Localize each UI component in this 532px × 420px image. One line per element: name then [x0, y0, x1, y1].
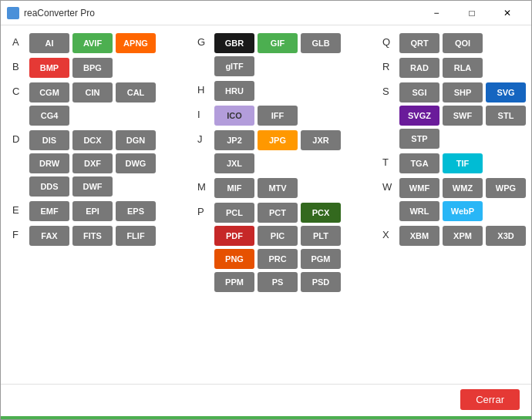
section-C: CCGMCINCALCG4	[12, 82, 190, 126]
format-btn-eps[interactable]: EPS	[116, 201, 156, 221]
buttons-group-S: SGISHPSVGSVGZSWFSTLSTP	[399, 82, 531, 149]
format-btn-cal[interactable]: CAL	[116, 82, 156, 102]
letter-A: A	[12, 33, 26, 48]
format-btn-dds[interactable]: DDS	[29, 176, 69, 197]
format-btn-swf[interactable]: SWF	[443, 106, 483, 126]
main-window: reaConverter Pro − □ ✕ AAIAVIFAPNGBBMPBP…	[0, 0, 532, 420]
letter-C: C	[12, 82, 26, 97]
format-btn-gif[interactable]: GIF	[258, 33, 298, 53]
format-btn-ai[interactable]: AI	[29, 33, 69, 53]
format-btn-wrl[interactable]: WRL	[399, 201, 439, 221]
format-btn-gitf[interactable]: gITF	[214, 56, 254, 76]
format-btn-pct[interactable]: PCT	[258, 203, 298, 223]
buttons-group-Q: QRTQOI	[399, 33, 483, 53]
format-btn-rad[interactable]: RAD	[399, 58, 439, 78]
letter-F: F	[12, 226, 26, 240]
format-btn-stl[interactable]: STL	[486, 106, 526, 126]
format-btn-shp[interactable]: SHP	[443, 82, 483, 102]
section-M: MMIFMTV	[197, 178, 375, 198]
window-controls: − □ ✕	[419, 1, 525, 25]
letter-H: H	[197, 81, 211, 96]
format-btn-wmz[interactable]: WMZ	[443, 178, 483, 198]
format-btn-mif[interactable]: MIF	[214, 178, 254, 198]
format-btn-svgz[interactable]: SVGZ	[399, 106, 439, 126]
letter-G: G	[197, 33, 211, 48]
format-btn-x3d[interactable]: X3D	[486, 226, 526, 246]
format-btn-flif[interactable]: FLIF	[116, 226, 156, 246]
format-btn-apng[interactable]: APNG	[116, 33, 156, 53]
section-Q: QQRTQOI	[382, 33, 531, 53]
format-btn-emf[interactable]: EMF	[29, 201, 69, 221]
format-btn-bpg[interactable]: BPG	[72, 58, 113, 78]
window-close-button[interactable]: ✕	[490, 1, 525, 25]
buttons-group-I: ICOIFF	[214, 106, 298, 126]
format-btn-dcx[interactable]: DCX	[72, 130, 113, 150]
buttons-group-H: HRU	[214, 81, 254, 101]
format-btn-dis[interactable]: DIS	[29, 130, 69, 150]
app-icon	[7, 7, 19, 19]
format-btn-prc[interactable]: PRC	[258, 249, 298, 269]
format-btn-pdf[interactable]: PDF	[214, 226, 254, 246]
format-btn-cg4[interactable]: CG4	[29, 106, 69, 126]
section-W: WWMFWMZWPGWRLWebP	[382, 178, 531, 221]
format-btn-ppm[interactable]: PPM	[214, 272, 254, 292]
column-col3: QQRTQOIRRADRLASSGISHPSVGSVGZSWFSTLSTPTTG…	[382, 33, 531, 376]
format-btn-bmp[interactable]: BMP	[29, 58, 69, 78]
format-btn-qrt[interactable]: QRT	[399, 33, 439, 53]
format-btn-fits[interactable]: FITS	[72, 226, 113, 246]
maximize-button[interactable]: □	[454, 1, 490, 25]
format-btn-ico[interactable]: ICO	[214, 106, 254, 126]
buttons-group-M: MIFMTV	[214, 178, 298, 198]
format-btn-mtv[interactable]: MTV	[258, 178, 298, 198]
format-btn-xbm[interactable]: XBM	[399, 226, 439, 246]
format-btn-iff[interactable]: IFF	[258, 106, 298, 126]
format-btn-plt[interactable]: PLT	[301, 226, 341, 246]
section-S: SSGISHPSVGSVGZSWFSTLSTP	[382, 82, 531, 149]
format-btn-jp2[interactable]: JP2	[214, 130, 254, 150]
format-btn-glb[interactable]: GLB	[301, 33, 341, 53]
format-btn-wpg[interactable]: WPG	[486, 178, 526, 198]
format-btn-tga[interactable]: TGA	[399, 153, 439, 173]
footer: Cerrar	[1, 384, 531, 416]
format-btn-sgi[interactable]: SGI	[399, 82, 439, 102]
format-btn-pgm[interactable]: PGM	[301, 249, 341, 269]
format-btn-png[interactable]: PNG	[214, 249, 254, 269]
format-btn-svg[interactable]: SVG	[486, 82, 526, 102]
format-btn-ps[interactable]: PS	[258, 272, 298, 292]
format-btn-hru[interactable]: HRU	[214, 81, 254, 101]
format-btn-fax[interactable]: FAX	[29, 226, 69, 246]
format-btn-jxr[interactable]: JXR	[301, 130, 341, 150]
format-btn-dwf[interactable]: DWF	[72, 176, 113, 197]
format-btn-qoi[interactable]: QOI	[443, 33, 483, 53]
format-btn-pic[interactable]: PIC	[258, 226, 298, 246]
format-btn-xpm[interactable]: XPM	[443, 226, 483, 246]
letter-Q: Q	[382, 33, 396, 48]
section-J: JJP2JPGJXRJXL	[197, 130, 375, 173]
cerrar-button[interactable]: Cerrar	[460, 389, 520, 410]
format-btn-pcx[interactable]: PCX	[301, 203, 341, 223]
format-btn-webp[interactable]: WebP	[443, 201, 483, 221]
format-btn-dxf[interactable]: DXF	[72, 153, 113, 173]
format-btn-rla[interactable]: RLA	[443, 58, 483, 78]
format-btn-dgn[interactable]: DGN	[116, 130, 156, 150]
format-btn-gbr[interactable]: GBR	[214, 33, 254, 53]
format-btn-tif[interactable]: TIF	[443, 153, 483, 173]
section-I: IICOIFF	[197, 106, 375, 126]
format-btn-epi[interactable]: EPI	[72, 201, 113, 221]
format-btn-wmf[interactable]: WMF	[399, 178, 439, 198]
section-G: GGBRGIFGLBgITF	[197, 33, 375, 76]
section-R: RRADRLA	[382, 58, 531, 78]
format-btn-drw[interactable]: DRW	[29, 153, 69, 173]
format-btn-avif[interactable]: AVIF	[72, 33, 113, 53]
format-btn-psd[interactable]: PSD	[301, 272, 341, 292]
letter-P: P	[197, 203, 211, 217]
format-btn-jpg[interactable]: JPG	[258, 130, 298, 150]
minimize-button[interactable]: −	[419, 1, 454, 25]
format-btn-pcl[interactable]: PCL	[214, 203, 254, 223]
format-btn-jxl[interactable]: JXL	[214, 153, 254, 173]
format-btn-cgm[interactable]: CGM	[29, 82, 69, 102]
format-btn-cin[interactable]: CIN	[72, 82, 113, 102]
format-btn-dwg[interactable]: DWG	[116, 153, 156, 173]
format-btn-stp[interactable]: STP	[399, 129, 439, 149]
app-title: reaConverter Pro	[24, 8, 419, 18]
